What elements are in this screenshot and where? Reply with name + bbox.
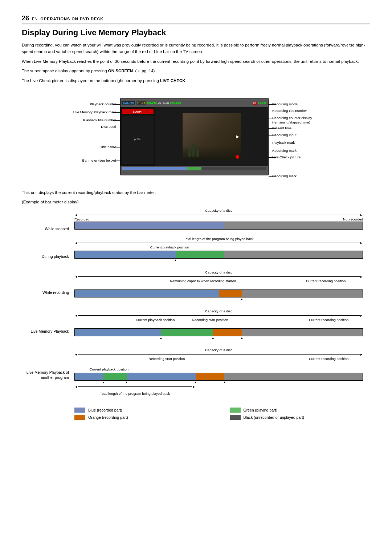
rec-notrecorded-stopped: Recorded Not recorded <box>74 217 363 221</box>
ann-rec-counter: Recording counter display <box>272 116 312 120</box>
left-panel: SOAPT ▶ Title <box>121 107 155 166</box>
title-badge: TITLE 5 <box>136 101 146 105</box>
bar-playback <box>74 251 363 259</box>
bar-another <box>74 373 363 381</box>
arrow-row-another: ▲ ▲ ▲ ▲ <box>74 381 363 385</box>
label-playback: During playback <box>22 254 69 259</box>
bar-green-screen <box>187 167 201 170</box>
seg-gray-recording <box>242 290 363 297</box>
ann-recording-mode: Recording mode <box>272 102 298 106</box>
meter-group-stopped: Capacity of a disc ◄ ► Recorded Not reco… <box>22 208 370 230</box>
seg-gray-playback <box>224 251 363 258</box>
time1: 0:14:53 <box>147 101 157 105</box>
legend-green: Green (playing part) <box>230 408 363 413</box>
page-num-sub: EN <box>32 17 37 21</box>
arrow-row-livememory: ▲ ▲ ▲ <box>74 336 363 341</box>
total-arrow-playback: ◄ ► <box>74 241 363 245</box>
seg-blue-recording <box>75 290 219 297</box>
bar-intro-1: This unit displays the current recording… <box>22 189 370 196</box>
time2: 12:34:25 <box>170 101 181 105</box>
cur-playback-another: Current playback position <box>90 367 128 371</box>
rec-start-another: Recording start position <box>148 357 185 361</box>
live-area: ▶ <box>155 107 268 166</box>
bar-meter-section: This unit displays the current recording… <box>22 189 370 420</box>
screen: DVD-RAM TITLE 5 0:14:53 VS EACH 12:34:25… <box>120 98 269 175</box>
ann-live-memory-mark: Live Memory Playback mark <box>73 110 116 114</box>
cap-label-livememory: Capacity of a disc <box>74 309 363 313</box>
bar-dark-screen <box>201 167 266 170</box>
remaining-cap-label: Remaining capacity when recording starte… <box>170 279 236 283</box>
cur-rec-another: Current recording position <box>309 357 348 361</box>
bar-stopped <box>74 222 363 230</box>
section-title: OPERATIONS ON DVD DECK <box>40 17 103 21</box>
legend-blue: Blue (recorded part) <box>74 408 208 413</box>
page-header: 26 EN OPERATIONS ON DVD DECK <box>22 15 370 24</box>
screen-bottom-bar <box>121 166 268 175</box>
seg-blue-playback <box>75 251 176 258</box>
main-title: Display During Live Memory Playback <box>22 28 370 37</box>
seg-green-livemem <box>161 329 213 336</box>
bar-meter-screen <box>122 167 266 170</box>
play-indicator: ▶ <box>236 134 239 139</box>
each-label: EACH <box>163 102 169 104</box>
vs-label: VS <box>158 102 161 104</box>
ann-recording-title: Recording title number <box>272 109 307 113</box>
seg-blue-another1 <box>75 373 103 380</box>
seg-gray-stopped <box>224 222 363 229</box>
cap-arrow-recording: ◄ ► <box>74 275 363 279</box>
another-labels-row: Recording start position Current recordi… <box>74 357 363 367</box>
body-para4: The Live Check picture is displayed on t… <box>22 77 370 84</box>
dvd-ram-badge: DVD-RAM <box>122 101 135 105</box>
cur-rec-label-recording: Current recording position <box>306 279 346 283</box>
total-length-another: ◄ ► <box>74 385 363 392</box>
label-livememory: Live Memory Playback <box>22 329 69 333</box>
bar-livememory <box>74 328 363 336</box>
legend-section: Blue (recorded part) Green (playing part… <box>74 408 363 420</box>
legend-box-green <box>230 408 241 413</box>
seg-green-playback <box>176 251 225 258</box>
total-length-label-another: Total length of the program being played… <box>74 392 363 397</box>
bar-recording <box>74 289 363 297</box>
label-stopped: While stopped <box>22 227 69 231</box>
legend-label-green: Green (playing part) <box>244 408 277 412</box>
cur-playback-row: Current playback position <box>74 245 363 250</box>
bar-blue-screen <box>122 167 187 170</box>
live-image: ▶ <box>183 113 241 160</box>
body-para2: When Live Memory Playback reaches the po… <box>22 58 370 65</box>
arrow-row-playback: ▲ <box>74 259 363 263</box>
seg-blue-stopped <box>75 222 224 229</box>
cap-arrow-livememory: ◄ ► <box>74 314 363 317</box>
another-playback-row: Current playback position <box>74 367 363 372</box>
recording-indicator <box>236 155 239 159</box>
seg-orange-livemem <box>213 329 242 336</box>
legend-label-orange: Orange (recording part) <box>88 415 128 420</box>
legend-box-black <box>230 415 241 420</box>
screen-top-bar: DVD-RAM TITLE 5 0:14:53 VS EACH 12:34:25… <box>121 99 268 107</box>
ann-bar-meter: Bar meter (see below) <box>82 158 116 162</box>
legend-orange: Orange (recording part) <box>74 415 208 420</box>
arrow-row-recording: ▲ <box>74 297 363 302</box>
cap-arrow-stopped: ◄ ► <box>74 213 363 217</box>
body-para3: The superimpose display appears by press… <box>22 68 370 74</box>
label-another: Live Memory Playback ofanother program <box>22 370 69 380</box>
seg-blue-livemem1 <box>75 329 161 336</box>
cur-playback-livemem: Current playback position <box>136 318 175 322</box>
page-number: 26 <box>22 15 29 22</box>
seg-blue-another2 <box>127 373 196 380</box>
cur-rec-livemem: Current recording position <box>309 318 348 322</box>
ann-recording-mark2: Recording mark <box>272 174 297 178</box>
bar-intro-2: (Example of bar meter display) <box>22 199 370 205</box>
rec-labels-row: Remaining capacity when recording starte… <box>74 279 363 289</box>
legend-label-blue: Blue (recorded part) <box>88 408 122 412</box>
rt-badge: RT <box>253 102 257 105</box>
rec-time-right: 1:23:45 <box>258 102 266 104</box>
cap-arrow-another: ◄ ► <box>74 353 363 356</box>
legend-box-orange <box>74 415 85 420</box>
ann-rem-elapsed: (remaining/elapsed time) <box>272 120 310 124</box>
meter-group-livememory-another: Capacity of a disc ◄ ► Recording start p… <box>22 348 370 397</box>
legend-black: Black (unrecorded or unplayed part) <box>230 415 363 420</box>
legend-box-blue <box>74 408 85 413</box>
seg-orange-another <box>196 373 224 380</box>
meter-group-recording: Capacity of a disc ◄ ► Remaining capacit… <box>22 270 370 302</box>
channel-box: SOAPT <box>122 109 154 114</box>
